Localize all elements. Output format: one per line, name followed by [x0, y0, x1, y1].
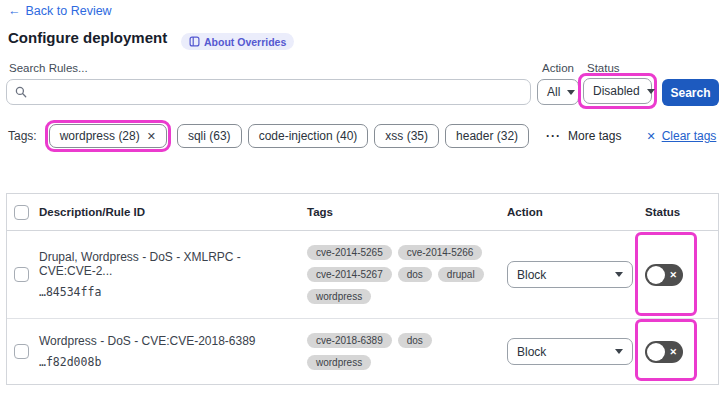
- tag-pill: wordpress: [307, 289, 371, 304]
- filter-chip-sqli-label: sqli (63): [188, 129, 231, 143]
- chevron-down-icon: [615, 272, 623, 277]
- status-highlight-box: Disabled: [578, 73, 657, 109]
- filter-chip-wordpress-label: wordpress (28): [60, 129, 140, 143]
- chevron-down-icon: [647, 89, 655, 94]
- back-link-label: Back to Review: [26, 4, 112, 18]
- status-toggle-off[interactable]: ✕: [645, 341, 683, 363]
- row-checkbox[interactable]: [14, 267, 29, 282]
- tags-filter-bar: Tags: wordpress (28) ✕ sqli (63) code-in…: [8, 119, 716, 153]
- search-icon: [15, 86, 27, 98]
- table-row: Wordpress - DoS - CVE:CVE-2018-6389 …f82…: [7, 319, 718, 384]
- back-arrow-icon: ←: [8, 4, 21, 18]
- filter-chip-header-label: header (32): [456, 129, 518, 143]
- filter-chip-header[interactable]: header (32): [445, 124, 529, 148]
- tag-pill: drupal: [438, 267, 484, 282]
- rule-description: Drupal, Wordpress - DoS - XMLRPC - CVE:C…: [39, 250, 293, 278]
- chevron-down-icon: [615, 349, 623, 354]
- tag-pill: cve-2018-6389: [307, 333, 392, 348]
- chevron-down-icon: [567, 90, 575, 95]
- select-all-checkbox[interactable]: [14, 205, 29, 220]
- action-select-value: Block: [517, 345, 546, 359]
- tag-pill: wordpress: [307, 355, 371, 370]
- tag-pill: cve-2014-5266: [398, 245, 483, 260]
- tag-pill: cve-2014-5267: [307, 267, 392, 282]
- tag-pill: cve-2014-5265: [307, 245, 392, 260]
- rule-description: Wordpress - DoS - CVE:CVE-2018-6389: [39, 334, 293, 348]
- search-rules-label: Search Rules...: [9, 62, 88, 74]
- about-overrides-badge[interactable]: About Overrides: [181, 33, 294, 50]
- row-checkbox[interactable]: [14, 344, 29, 359]
- rule-tags: cve-2018-6389 dos wordpress: [307, 333, 499, 370]
- filter-chip-xss[interactable]: xss (35): [374, 124, 439, 148]
- tag-pill: dos: [398, 333, 432, 348]
- about-overrides-label: About Overrides: [204, 36, 286, 48]
- toggle-x-icon: ✕: [669, 270, 677, 280]
- action-dropdown-value: All: [547, 85, 560, 99]
- toggle-knob: [647, 266, 665, 284]
- book-icon: [189, 36, 200, 47]
- header-tags: Tags: [307, 206, 507, 218]
- clear-tags-icon: ✕: [646, 130, 655, 143]
- table-row: Drupal, Wordpress - DoS - XMLRPC - CVE:C…: [7, 231, 718, 319]
- toggle-knob: [647, 343, 665, 361]
- action-select-value: Block: [517, 268, 546, 282]
- filter-chip-sqli[interactable]: sqli (63): [177, 124, 242, 148]
- header-action: Action: [507, 206, 645, 218]
- table-header-row: Description/Rule ID Tags Action Status: [7, 194, 718, 231]
- rule-id: …f82d008b: [39, 355, 293, 369]
- tag-pill: dos: [398, 267, 432, 282]
- filter-chip-wordpress[interactable]: wordpress (28) ✕: [49, 124, 167, 148]
- wordpress-tag-highlight-box: wordpress (28) ✕: [45, 120, 171, 152]
- toggle-x-icon: ✕: [669, 347, 677, 357]
- rules-table: Description/Rule ID Tags Action Status D…: [6, 193, 719, 385]
- search-rules-input-wrap[interactable]: [6, 79, 531, 105]
- status-dropdown[interactable]: Disabled: [583, 78, 652, 104]
- filter-chip-xss-label: xss (35): [385, 129, 428, 143]
- more-tags-button[interactable]: ··· More tags: [546, 129, 621, 143]
- header-description: Description/Rule ID: [39, 206, 307, 218]
- filter-chip-code-injection-label: code-injection (40): [259, 129, 358, 143]
- back-to-review-link[interactable]: ← Back to Review: [8, 4, 112, 18]
- status-toggle-off[interactable]: ✕: [645, 264, 683, 286]
- action-dropdown[interactable]: All: [537, 79, 579, 105]
- ellipsis-icon: ···: [546, 129, 561, 143]
- tags-label: Tags:: [8, 129, 37, 143]
- page-title: Configure deployment: [8, 29, 167, 46]
- status-dropdown-value: Disabled: [593, 84, 640, 98]
- search-button[interactable]: Search: [662, 79, 719, 106]
- clear-tags-button[interactable]: ✕ Clear tags: [646, 129, 716, 143]
- rule-tags: cve-2014-5265 cve-2014-5266 cve-2014-526…: [307, 245, 499, 304]
- rule-id: …84534ffa: [39, 285, 293, 299]
- more-tags-label: More tags: [568, 129, 621, 143]
- action-label: Action: [542, 62, 574, 74]
- header-status: Status: [645, 206, 718, 218]
- action-select[interactable]: Block: [507, 338, 633, 365]
- filter-chip-code-injection[interactable]: code-injection (40): [248, 124, 369, 148]
- action-select[interactable]: Block: [507, 261, 633, 288]
- search-input[interactable]: [33, 85, 522, 99]
- remove-tag-icon[interactable]: ✕: [147, 130, 156, 143]
- clear-tags-label: Clear tags: [662, 129, 717, 143]
